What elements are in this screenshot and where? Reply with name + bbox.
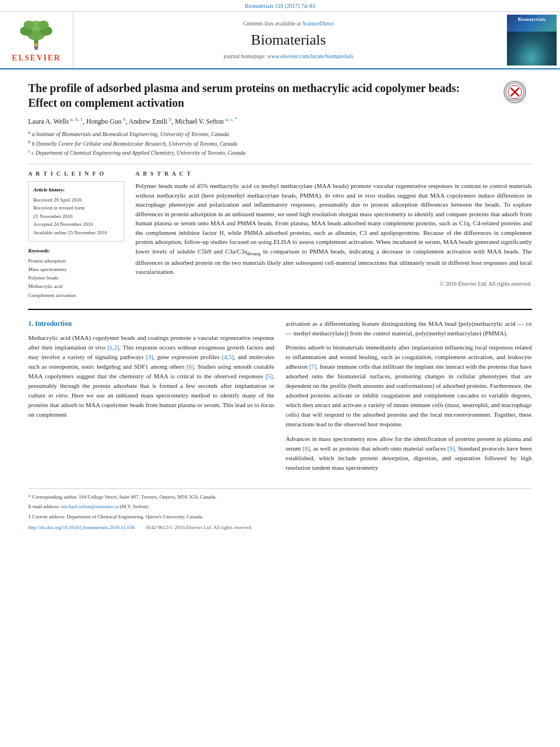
crossmark-badge: CrossMark	[504, 81, 532, 109]
authors-line: Laura A. Wells a, b, 1, Hongbo Guo b, An…	[28, 116, 532, 126]
svg-point-6	[38, 20, 48, 29]
footer-bottom-bar: http://dx.doi.org/10.1016/j.biomaterials…	[28, 524, 532, 531]
corresponding-author-note: * Corresponding author. 164 College Stre…	[28, 493, 532, 501]
article-info-column: A R T I C L E I N F O Article history: R…	[28, 170, 124, 300]
footnotes-section: * Corresponding author. 164 College Stre…	[28, 488, 532, 521]
intro-heading: 1. Introduction	[28, 319, 274, 329]
intro-right-text-1: activation as a differentiating feature …	[286, 319, 532, 338]
info-abstract-columns: A R T I C L E I N F O Article history: R…	[28, 170, 532, 300]
publisher-logo-area: ELSEVIER	[0, 12, 73, 68]
citation-text: Biomaterials 118 (2017) 74–83	[245, 3, 316, 9]
affiliation-c: c c Department of Chemical Engineering a…	[28, 148, 532, 157]
history-label: Article history:	[33, 186, 119, 194]
crossmark-icon: CrossMark	[505, 82, 525, 102]
keyword-3: Polymer beads	[28, 274, 124, 282]
intro-right-text-3: Advances in mass spectrometry now allow …	[286, 434, 532, 473]
article-title: The profile of adsorbed plasma and serum…	[28, 81, 498, 110]
journal-header: ELSEVIER Contents lists available at Sci…	[0, 12, 560, 69]
journal-cover-area: Biomaterials	[504, 12, 560, 68]
svg-text:CrossMark: CrossMark	[509, 98, 522, 101]
elsevier-logo: ELSEVIER	[12, 16, 61, 64]
main-section-divider	[28, 309, 532, 310]
introduction-section: 1. Introduction Methacrylic acid (MAA) c…	[28, 319, 532, 477]
sciencedirect-link[interactable]: ScienceDirect	[302, 20, 334, 27]
abstract-header: A B S T R A C T	[135, 170, 532, 178]
keywords-section: Keywords: Protein adsorption Mass spectr…	[28, 247, 124, 300]
copyright-notice: © 2016 Elsevier Ltd. All rights reserved…	[135, 280, 532, 288]
svg-rect-8	[34, 47, 38, 50]
top-citation-bar: Biomaterials 118 (2017) 74–83	[0, 0, 560, 12]
email-person: (M.V. Sefton).	[120, 504, 150, 509]
divider-after-affiliations	[28, 164, 532, 164]
journal-info-center: Contents lists available at ScienceDirec…	[73, 12, 504, 68]
intro-left-text: Methacrylic acid (MAA) copolymer beads a…	[28, 333, 274, 420]
keyword-1: Protein adsorption	[28, 257, 124, 265]
received-revised-label: Received in revised form	[33, 204, 119, 212]
elsevier-tree-icon	[14, 16, 59, 50]
issn-text: 0142-9612/© 2016 Elsevier Ltd. All right…	[146, 524, 252, 531]
email-label: E-mail address:	[28, 504, 60, 509]
cover-label: Biomaterials	[517, 15, 547, 23]
email-link[interactable]: michael.sefton@utoronto.ca	[61, 504, 119, 509]
email-note: E-mail address: michael.sefton@utoronto.…	[28, 503, 532, 511]
abstract-text: Polymer beads made of 45% methacrylic ac…	[135, 181, 532, 276]
revised-date: 21 November 2016	[33, 212, 119, 220]
keywords-label: Keywords:	[28, 247, 124, 255]
journal-name: Biomaterials	[251, 30, 326, 50]
available-date: Available online 25 November 2016	[33, 229, 119, 237]
svg-point-5	[23, 20, 33, 29]
homepage-info: journal homepage: www.elsevier.com/locat…	[224, 53, 353, 60]
elsevier-wordmark: ELSEVIER	[12, 53, 61, 64]
affiliation-a: a a Institute of Biomaterials and Biomed…	[28, 129, 532, 138]
article-info-header: A R T I C L E I N F O	[28, 170, 124, 178]
article-history-box: Article history: Received 29 April 2016 …	[28, 181, 124, 242]
homepage-link[interactable]: www.elsevier.com/locate/biomaterials	[267, 53, 353, 59]
keyword-5: Complement activation	[28, 291, 124, 300]
keyword-4: Methacrylic acid	[28, 282, 124, 291]
intro-right-text-2: Proteins adsorb to biomaterials immediat…	[286, 343, 532, 429]
journal-cover-image: Biomaterials	[507, 15, 557, 65]
intro-left-column: 1. Introduction Methacrylic acid (MAA) c…	[28, 319, 274, 477]
svg-point-7	[34, 43, 38, 47]
affiliation-b: b b Donnelly Centre for Cellular and Bio…	[28, 139, 532, 148]
received-date: Received 29 April 2016	[33, 196, 119, 204]
contents-available: Contents lists available at ScienceDirec…	[243, 20, 334, 28]
article-title-area: The profile of adsorbed plasma and serum…	[28, 81, 532, 110]
keyword-2: Mass spectrometry	[28, 265, 124, 274]
affiliations-block: a a Institute of Biomaterials and Biomed…	[28, 129, 532, 157]
intro-right-column: activation as a differentiating feature …	[286, 319, 532, 477]
footnote-1: 1 Current address: Department of Chemica…	[28, 513, 532, 521]
doi-link[interactable]: http://dx.doi.org/10.1016/j.biomaterials…	[28, 524, 135, 531]
accepted-date: Accepted 24 November 2016	[33, 220, 119, 228]
abstract-column: A B S T R A C T Polymer beads made of 45…	[135, 170, 532, 300]
article-container: The profile of adsorbed plasma and serum…	[0, 69, 560, 543]
